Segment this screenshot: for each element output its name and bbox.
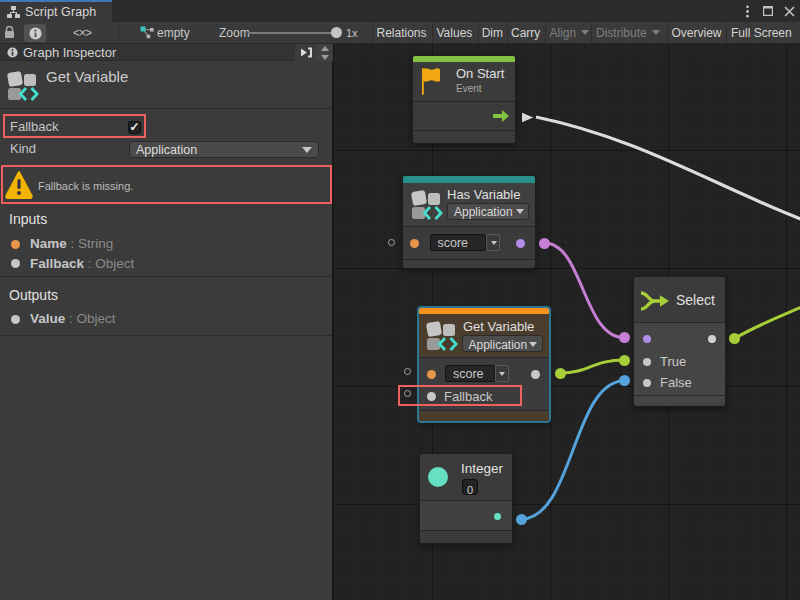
zoom-value: 1x <box>346 22 358 43</box>
triangle-up-icon <box>321 46 329 51</box>
toolbar-button-relations[interactable]: Relations <box>377 22 427 43</box>
toolbar-separator <box>667 23 668 43</box>
inspector-title: Graph Inspector <box>23 45 116 60</box>
section-divider <box>0 276 332 277</box>
port-type: Object <box>77 311 116 326</box>
toolbar-button-carry[interactable]: Carry <box>511 22 540 43</box>
condition-input-port[interactable] <box>643 335 651 343</box>
toolbar-separator <box>372 23 373 43</box>
node-select[interactable]: Select True False <box>634 277 725 406</box>
name-input-port[interactable] <box>410 239 419 248</box>
info-icon <box>7 47 18 58</box>
triangle-down-icon <box>321 55 329 60</box>
control-output-port[interactable] <box>493 110 509 122</box>
false-input-port[interactable] <box>643 379 651 387</box>
port-row-fallback: Fallback : Object <box>0 254 334 274</box>
selection-output-port[interactable] <box>708 335 716 343</box>
connection-endpoint <box>555 368 566 379</box>
integer-value-field[interactable]: 0 <box>462 479 478 495</box>
scroll-up-button[interactable] <box>316 44 333 52</box>
inspector-header[interactable]: Graph Inspector <box>0 44 295 61</box>
variable-name-value: score <box>438 236 469 250</box>
node-integer[interactable]: Integer 0 <box>420 454 512 544</box>
kind-dropdown-value: Application <box>136 143 197 157</box>
value-output-port[interactable] <box>494 513 501 520</box>
graph-pointer-icon <box>140 22 155 43</box>
variable-scope-dropdown[interactable]: Application <box>462 335 544 352</box>
connection-endpoint <box>539 238 550 249</box>
variable-name-dropdown[interactable] <box>495 365 509 382</box>
wires-layer <box>336 44 800 600</box>
window-maximize-icon[interactable] <box>761 4 775 18</box>
variable-name-dropdown[interactable] <box>486 234 500 251</box>
dropdown-arrow-icon <box>529 342 537 347</box>
annotation-fallback-port <box>398 385 522 406</box>
name-input-port[interactable] <box>427 370 436 379</box>
object-port-icon <box>11 315 20 324</box>
dropdown-arrow-icon <box>499 372 505 376</box>
integer-type-icon <box>428 467 448 487</box>
zoom-slider-knob[interactable] <box>331 27 342 38</box>
result-output-port[interactable] <box>516 239 525 248</box>
false-port-label: False <box>660 375 692 390</box>
graph-hierarchy-icon <box>7 6 20 19</box>
toolbar-button-align[interactable]: Align <box>550 22 590 43</box>
toolbar-separator <box>432 23 433 43</box>
lock-icon[interactable] <box>4 22 15 43</box>
flag-icon <box>421 67 442 96</box>
section-divider <box>0 335 332 336</box>
port-type: Object <box>95 256 134 271</box>
variables-icon <box>426 320 458 352</box>
dropdown-value: Application <box>469 338 528 352</box>
toolbar-separator <box>478 23 479 43</box>
wire-select-output[interactable] <box>735 288 800 338</box>
true-port-label: True <box>660 354 686 369</box>
wire-has-variable-to-select[interactable] <box>545 243 625 338</box>
node-on-start[interactable]: On Start Event <box>413 56 515 143</box>
code-preview-icon[interactable]: <×> <box>73 22 91 43</box>
distribute-dropdown-arrow-icon <box>652 30 660 35</box>
kind-field-label: Kind <box>10 141 36 156</box>
toolbar-separator <box>726 23 727 43</box>
toolbar-button-values[interactable]: Values <box>437 22 473 43</box>
toolbar-separator <box>591 23 592 43</box>
inspector-toggle-button[interactable] <box>24 24 46 42</box>
connection-arrow <box>520 111 536 124</box>
string-port-icon <box>11 240 20 249</box>
tab-script-graph[interactable]: Script Graph <box>0 0 112 22</box>
variable-name-value: score <box>453 367 484 381</box>
node-subtitle: Event <box>456 83 482 94</box>
variable-name-field[interactable]: score <box>430 234 486 251</box>
wire-get-variable-to-select-true[interactable] <box>560 360 624 373</box>
port-label: Fallback : Object <box>30 256 134 271</box>
variables-icon <box>7 70 39 102</box>
node-title: Select <box>676 292 715 308</box>
variable-scope-dropdown[interactable]: Application <box>447 203 529 220</box>
warning-text: Fallback is missing. <box>38 180 133 192</box>
wire-control-on-start[interactable] <box>536 117 800 244</box>
select-icon <box>640 290 670 312</box>
true-input-port[interactable] <box>643 358 651 366</box>
graph-canvas[interactable]: On Start Event Has <box>336 44 800 600</box>
zoom-slider-track[interactable] <box>248 32 337 34</box>
graph-reference-label: empty <box>157 22 190 43</box>
scroll-down-button[interactable] <box>316 53 333 61</box>
toolbar-button-overview[interactable]: Overview <box>672 22 722 43</box>
value-output-port[interactable] <box>531 370 540 379</box>
toolbar-separator <box>118 23 119 43</box>
warning-icon <box>5 170 33 199</box>
toolbar-separator <box>545 23 546 43</box>
window-menu-icon[interactable] <box>740 4 754 18</box>
sidebar-toggle-icon[interactable] <box>300 46 313 59</box>
unconnected-input-indicator <box>388 239 395 246</box>
node-title: Has Variable <box>447 187 520 202</box>
kind-dropdown[interactable]: Application <box>129 141 319 158</box>
node-has-variable[interactable]: Has Variable Application score <box>403 176 535 268</box>
toolbar-button-fullscreen[interactable]: Full Screen <box>731 22 792 43</box>
dropdown-value: Application <box>454 205 513 219</box>
toolbar-button-dim[interactable]: Dim <box>482 22 503 43</box>
dropdown-arrow-icon <box>516 209 524 214</box>
window-close-icon[interactable] <box>782 4 796 18</box>
toolbar-button-distribute[interactable]: Distribute <box>596 22 660 43</box>
variable-name-field[interactable]: score <box>445 365 495 382</box>
